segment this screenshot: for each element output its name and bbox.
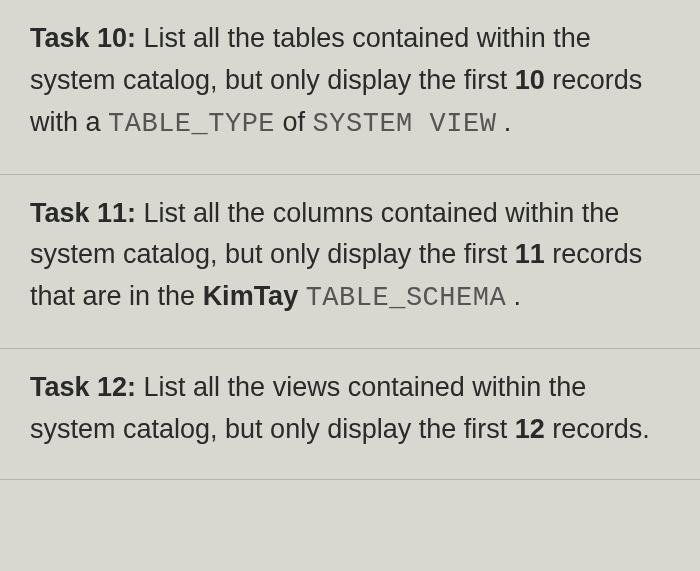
task-11-label: Task 11: [30,198,136,228]
task-11-part3 [298,281,306,311]
task-10-part3: of [275,107,313,137]
task-12-part2: records. [545,414,650,444]
task-12-label: Task 12: [30,372,136,402]
task-11-block: Task 11: List all the columns contained … [0,175,700,350]
task-11-text: Task 11: List all the columns contained … [30,193,670,321]
task-11-num: 11 [515,239,545,269]
task-10-label: Task 10: [30,23,136,53]
task-11-part4: . [506,281,521,311]
task-10-block: Task 10: List all the tables contained w… [0,0,700,175]
task-12-text: Task 12: List all the views contained wi… [30,367,670,451]
task-10-text: Task 10: List all the tables contained w… [30,18,670,146]
task-10-code1: TABLE_TYPE [108,109,275,139]
task-11-code1: TABLE_SCHEMA [306,283,506,313]
task-12-num: 12 [515,414,545,444]
task-10-part4: . [496,107,511,137]
task-10-num: 10 [515,65,545,95]
task-10-code2: SYSTEM VIEW [313,109,497,139]
task-12-block: Task 12: List all the views contained wi… [0,349,700,480]
task-11-bold1: KimTay [203,281,299,311]
